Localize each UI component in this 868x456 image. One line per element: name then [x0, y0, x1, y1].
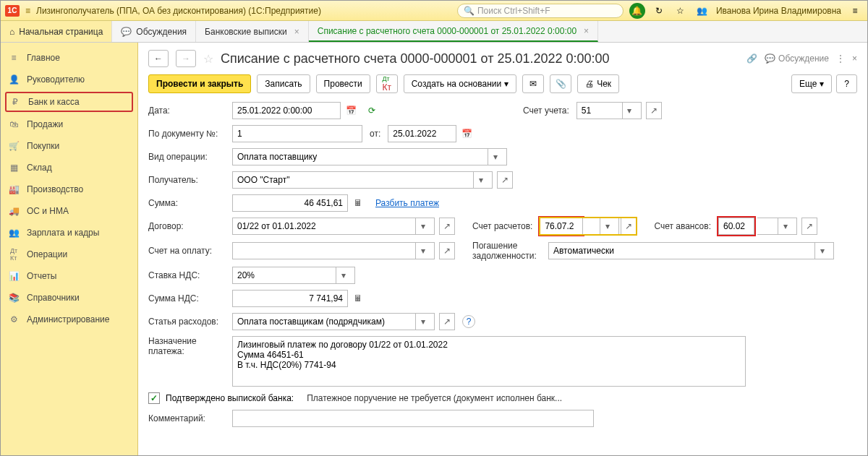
purpose-label: Назначение платежа: [148, 336, 229, 356]
calculator-icon[interactable]: 🖩 [351, 293, 365, 304]
save-button[interactable]: Записать [257, 74, 310, 93]
forward-button[interactable]: → [176, 50, 196, 67]
btn-label: Провести [324, 79, 362, 89]
op-select[interactable]: Оплата поставщику▾ [232, 148, 507, 165]
sidebar-item-manager[interactable]: 👤Руководителю [1, 69, 137, 90]
search-input[interactable]: 🔍 Поиск Ctrl+Shift+F [457, 4, 624, 18]
calc-input[interactable]: 76.07.2 [540, 218, 583, 235]
sidebar-item-ops[interactable]: ДтКтОперации [1, 244, 137, 265]
adv-input[interactable]: 60.02 [718, 218, 754, 235]
close-icon[interactable]: × [294, 27, 299, 37]
adv-value: 60.02 [723, 221, 745, 231]
tab-bank[interactable]: Банковские выписки × [196, 21, 309, 42]
purpose-textarea[interactable]: Лизинговый платеж по договору 01/22 от 0… [232, 336, 746, 387]
chevron-down-icon[interactable]: ▾ [415, 218, 430, 234]
docnum-input[interactable]: 1 [232, 125, 362, 142]
sidebar-item-sales[interactable]: 🛍Продажи [1, 113, 137, 135]
dog-value: 01/22 от 01.01.2022 [237, 221, 316, 231]
acct-input[interactable]: 51▾ [576, 102, 642, 119]
star-icon[interactable]: ☆ [673, 3, 689, 19]
mail-button[interactable]: ✉ [522, 74, 544, 93]
sidebar-item-bank[interactable]: ₽Банк и касса [5, 92, 133, 112]
date-input[interactable]: 25.01.2022 0:00:00 [232, 102, 341, 119]
chevron-down-icon[interactable]: ▾ [600, 218, 614, 234]
btn-label: Создать на основании [412, 79, 502, 89]
hamburger-icon[interactable]: ≡ [25, 6, 30, 16]
refresh-icon[interactable]: ⟳ [368, 106, 375, 116]
pay-input[interactable]: ▾ [232, 242, 435, 259]
chevron-down-icon[interactable]: ▾ [415, 243, 430, 259]
chevron-down-icon[interactable]: ▾ [778, 218, 792, 234]
sidebar-item-main[interactable]: ≡Главное [1, 47, 137, 69]
adv-label: Счет авансов: [654, 221, 711, 231]
sidebar-item-reports[interactable]: 📊Отчеты [1, 265, 137, 287]
open-icon[interactable]: ↗ [439, 218, 455, 235]
tab-home[interactable]: ⌂ Начальная страница [1, 21, 112, 42]
exp-value: Оплата поставщикам (подрядчикам) [237, 317, 385, 327]
help-button[interactable]: ? [836, 74, 857, 93]
bell-icon[interactable]: 🔔 [629, 3, 645, 19]
sum-label: Сумма: [148, 198, 229, 208]
chevron-down-icon[interactable]: ▾ [814, 243, 829, 259]
more-icon[interactable]: ⋮ [836, 53, 845, 64]
calculator-icon[interactable]: 🖩 [351, 198, 365, 208]
sum-input[interactable]: 46 451,61 [232, 194, 348, 212]
check-button[interactable]: 🖨Чек [577, 74, 619, 93]
docdate-input[interactable]: 25.01.2022 [388, 125, 456, 142]
open-icon[interactable]: ↗ [497, 171, 513, 189]
payee-input[interactable]: ООО "Старт"▾ [232, 171, 493, 189]
open-icon[interactable]: ↗ [801, 218, 817, 235]
tab-discuss[interactable]: 💬 Обсуждения [112, 21, 196, 42]
discuss-button[interactable]: 💬Обсуждение [765, 53, 829, 64]
post-button[interactable]: Провести [316, 74, 370, 93]
debt-label: Погашение задолженности: [472, 241, 541, 261]
history-icon[interactable]: ↻ [651, 3, 667, 19]
debt-select[interactable]: Автоматически▾ [548, 242, 834, 259]
user-icon[interactable]: 👥 [694, 3, 710, 19]
open-icon[interactable]: ↗ [439, 242, 455, 259]
create-button[interactable]: Создать на основании▾ [404, 74, 517, 93]
chevron-down-icon[interactable]: ▾ [415, 314, 430, 330]
attach-button[interactable]: 📎 [550, 74, 571, 93]
bag-icon: 🛍 [8, 119, 20, 130]
sidebar-item-stock[interactable]: ▦Склад [1, 157, 137, 178]
split-link[interactable]: Разбить платеж [375, 198, 439, 208]
tab-active[interactable]: Списание с расчетного счета 0000-000001 … [309, 21, 598, 42]
dkkt-button[interactable]: ДтКт [376, 74, 398, 93]
sidebar-item-os[interactable]: 🚚ОС и НМА [1, 200, 137, 222]
sidebar-item-prod[interactable]: 🏭Производство [1, 178, 137, 200]
vat-select[interactable]: 20%▾ [232, 267, 355, 284]
tab-discuss-label: Обсуждения [136, 27, 187, 37]
sidebar-item-label: Руководителю [27, 74, 85, 85]
more-button[interactable]: Еще▾ [791, 74, 832, 93]
close-icon[interactable]: × [584, 26, 589, 36]
close-icon[interactable]: × [852, 53, 857, 64]
chevron-down-icon[interactable]: ▾ [488, 149, 502, 165]
sidebar-item-purchases[interactable]: 🛒Покупки [1, 135, 137, 157]
chevron-down-icon[interactable]: ▾ [473, 172, 488, 188]
vatsum-input[interactable]: 7 741,94 [232, 290, 348, 307]
calendar-icon[interactable]: 📅 [459, 129, 474, 139]
confirm-checkbox[interactable]: ✓ [148, 392, 160, 404]
post-close-button[interactable]: Провести и закрыть [148, 74, 251, 93]
link-icon[interactable]: 🔗 [746, 53, 757, 64]
dog-input[interactable]: 01/22 от 01.01.2022▾ [232, 218, 435, 235]
chevron-down-icon[interactable]: ▾ [622, 103, 637, 119]
calendar-icon[interactable]: 📅 [344, 106, 358, 116]
open-icon[interactable]: ↗ [621, 218, 637, 235]
sidebar-item-admin[interactable]: ⚙Администрирование [1, 309, 137, 330]
user-name[interactable]: Иванова Ирина Владимировна [716, 6, 841, 16]
sidebar-item-hr[interactable]: 👥Зарплата и кадры [1, 222, 137, 244]
sidebar-item-refs[interactable]: 📚Справочники [1, 287, 137, 309]
menu-icon[interactable]: ≡ [847, 3, 863, 19]
exp-input[interactable]: Оплата поставщикам (подрядчикам)▾ [232, 313, 435, 330]
back-button[interactable]: ← [148, 50, 169, 67]
favorite-icon[interactable]: ☆ [203, 52, 213, 66]
ruble-icon: ₽ [9, 96, 21, 108]
open-icon[interactable]: ↗ [646, 102, 662, 119]
help-icon[interactable]: ? [462, 315, 475, 328]
from-label: от: [370, 129, 380, 139]
open-icon[interactable]: ↗ [439, 313, 455, 330]
comment-input[interactable] [232, 410, 594, 427]
chevron-down-icon[interactable]: ▾ [336, 267, 350, 283]
